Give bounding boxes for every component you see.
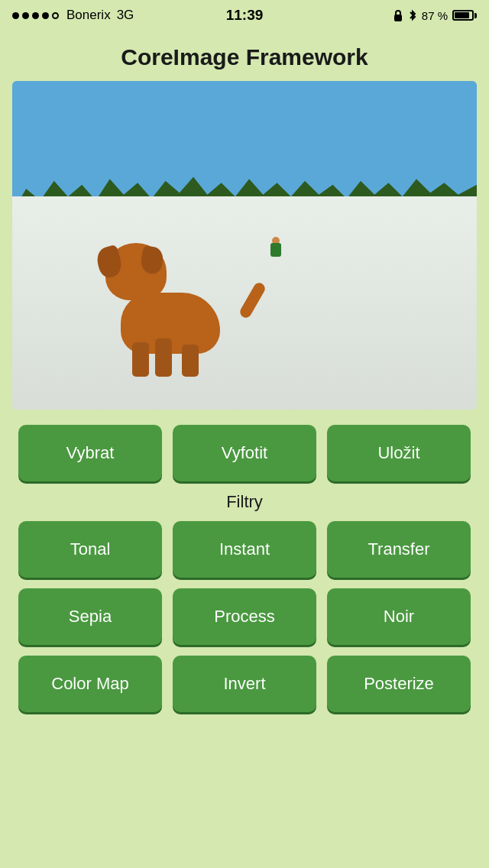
noir-button[interactable]: Noir	[327, 588, 471, 645]
invert-button[interactable]: Invert	[173, 656, 316, 712]
battery-icon	[452, 10, 477, 21]
background-person	[267, 235, 284, 258]
filter-row-2: Sepia Process Noir	[18, 588, 471, 645]
dot4	[42, 12, 49, 19]
filter-row-1: Tonal Instant Transfer	[18, 521, 471, 578]
dot1	[12, 12, 19, 19]
vyfotit-button[interactable]: Vyfotit	[173, 425, 316, 481]
buttons-area: Vybrat Vyfotit Uložit Filtry Tonal Insta…	[12, 425, 477, 723]
tonal-button[interactable]: Tonal	[18, 521, 162, 578]
dog-leg1	[132, 342, 149, 377]
photo-preview	[12, 81, 477, 410]
battery-percent: 87 %	[422, 9, 448, 22]
status-right: 87 %	[393, 9, 477, 22]
dog-head	[105, 243, 167, 300]
bluetooth-icon	[408, 9, 417, 21]
action-button-row: Vybrat Vyfotit Uložit	[18, 425, 471, 481]
dog	[105, 209, 258, 377]
status-left: Bonerix 3G	[12, 8, 134, 23]
dot2	[22, 12, 29, 19]
dog-leg2	[155, 338, 172, 377]
dog-leg3	[182, 345, 199, 377]
signal-dots	[12, 12, 59, 19]
lock-icon	[393, 9, 403, 21]
dot5	[52, 12, 59, 19]
instant-button[interactable]: Instant	[173, 521, 316, 578]
transfer-button[interactable]: Transfer	[327, 521, 471, 578]
page-title: CoreImage Framework	[105, 31, 383, 81]
network-label: 3G	[117, 8, 134, 23]
filtry-label: Filtry	[18, 492, 471, 512]
person-body	[270, 243, 281, 257]
carrier-label: Bonerix	[66, 8, 111, 23]
status-time: 11:39	[226, 7, 264, 24]
vybrat-button[interactable]: Vybrat	[18, 425, 162, 481]
sepia-button[interactable]: Sepia	[18, 588, 162, 645]
filter-row-3: Color Map Invert Posterize	[18, 656, 471, 712]
process-button[interactable]: Process	[173, 588, 316, 645]
status-bar: Bonerix 3G 11:39 87 %	[0, 0, 489, 31]
ulozit-button[interactable]: Uložit	[327, 425, 471, 481]
colormap-button[interactable]: Color Map	[18, 656, 162, 712]
dog-ear-right	[139, 245, 165, 275]
posterize-button[interactable]: Posterize	[327, 656, 471, 712]
svg-rect-0	[394, 15, 402, 21]
dot3	[32, 12, 39, 19]
